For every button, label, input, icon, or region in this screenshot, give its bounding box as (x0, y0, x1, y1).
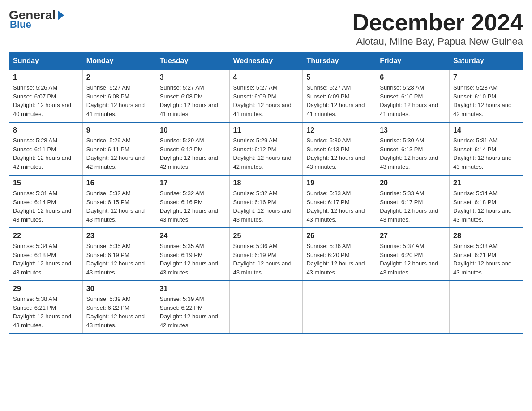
column-header-saturday: Saturday (450, 52, 523, 70)
day-cell: 8Sunrise: 5:28 AMSunset: 6:11 PMDaylight… (9, 122, 83, 175)
page-subtitle: Alotau, Milne Bay, Papua New Guinea (352, 36, 523, 47)
day-cell: 1Sunrise: 5:26 AMSunset: 6:07 PMDaylight… (9, 70, 83, 123)
day-cell: 17Sunrise: 5:32 AMSunset: 6:16 PMDayligh… (156, 175, 229, 228)
day-cell: 31Sunrise: 5:39 AMSunset: 6:22 PMDayligh… (156, 281, 229, 334)
column-header-wednesday: Wednesday (229, 52, 303, 70)
day-cell: 4Sunrise: 5:27 AMSunset: 6:09 PMDaylight… (229, 70, 303, 123)
day-info: Sunrise: 5:38 AMSunset: 6:21 PMDaylight:… (13, 295, 79, 330)
day-info: Sunrise: 5:39 AMSunset: 6:22 PMDaylight:… (86, 295, 152, 330)
day-cell: 5Sunrise: 5:27 AMSunset: 6:09 PMDaylight… (303, 70, 376, 123)
day-number: 8 (13, 126, 79, 134)
column-header-monday: Monday (82, 52, 156, 70)
column-header-friday: Friday (376, 52, 450, 70)
day-cell (229, 281, 303, 334)
day-info: Sunrise: 5:27 AMSunset: 6:08 PMDaylight:… (160, 83, 226, 118)
day-number: 20 (380, 179, 446, 187)
day-cell: 19Sunrise: 5:33 AMSunset: 6:17 PMDayligh… (303, 175, 376, 228)
day-number: 11 (233, 126, 299, 134)
day-info: Sunrise: 5:38 AMSunset: 6:21 PMDaylight:… (453, 242, 519, 277)
day-info: Sunrise: 5:30 AMSunset: 6:13 PMDaylight:… (306, 136, 372, 171)
day-cell (376, 281, 450, 334)
day-info: Sunrise: 5:29 AMSunset: 6:12 PMDaylight:… (233, 136, 299, 171)
day-info: Sunrise: 5:34 AMSunset: 6:18 PMDaylight:… (13, 242, 79, 277)
day-cell (450, 281, 523, 334)
day-cell: 29Sunrise: 5:38 AMSunset: 6:21 PMDayligh… (9, 281, 83, 334)
calendar-table: SundayMondayTuesdayWednesdayThursdayFrid… (9, 52, 523, 334)
week-row-1: 1Sunrise: 5:26 AMSunset: 6:07 PMDaylight… (9, 70, 523, 123)
day-number: 2 (86, 73, 152, 81)
day-number: 24 (160, 232, 226, 240)
day-info: Sunrise: 5:28 AMSunset: 6:10 PMDaylight:… (380, 83, 446, 118)
week-row-4: 22Sunrise: 5:34 AMSunset: 6:18 PMDayligh… (9, 228, 523, 281)
day-number: 3 (160, 73, 226, 81)
day-cell: 23Sunrise: 5:35 AMSunset: 6:19 PMDayligh… (82, 228, 156, 281)
day-number: 26 (306, 232, 372, 240)
day-cell: 6Sunrise: 5:28 AMSunset: 6:10 PMDaylight… (376, 70, 450, 123)
day-info: Sunrise: 5:35 AMSunset: 6:19 PMDaylight:… (160, 242, 226, 277)
day-cell: 25Sunrise: 5:36 AMSunset: 6:19 PMDayligh… (229, 228, 303, 281)
day-info: Sunrise: 5:28 AMSunset: 6:10 PMDaylight:… (453, 83, 519, 118)
day-info: Sunrise: 5:27 AMSunset: 6:09 PMDaylight:… (233, 83, 299, 118)
day-cell: 21Sunrise: 5:34 AMSunset: 6:18 PMDayligh… (450, 175, 523, 228)
day-cell: 9Sunrise: 5:29 AMSunset: 6:11 PMDaylight… (82, 122, 156, 175)
day-cell: 30Sunrise: 5:39 AMSunset: 6:22 PMDayligh… (82, 281, 156, 334)
day-info: Sunrise: 5:35 AMSunset: 6:19 PMDaylight:… (86, 242, 152, 277)
day-cell: 28Sunrise: 5:38 AMSunset: 6:21 PMDayligh… (450, 228, 523, 281)
day-number: 9 (86, 126, 152, 134)
column-header-tuesday: Tuesday (156, 52, 229, 70)
day-cell: 26Sunrise: 5:36 AMSunset: 6:20 PMDayligh… (303, 228, 376, 281)
day-info: Sunrise: 5:32 AMSunset: 6:16 PMDaylight:… (160, 189, 226, 224)
day-number: 16 (86, 179, 152, 187)
day-info: Sunrise: 5:36 AMSunset: 6:19 PMDaylight:… (233, 242, 299, 277)
day-number: 17 (160, 179, 226, 187)
day-info: Sunrise: 5:29 AMSunset: 6:11 PMDaylight:… (86, 136, 152, 171)
day-number: 10 (160, 126, 226, 134)
day-number: 12 (306, 126, 372, 134)
page-header: General Blue December 2024 Alotau, Milne… (9, 9, 523, 47)
day-number: 25 (233, 232, 299, 240)
week-row-5: 29Sunrise: 5:38 AMSunset: 6:21 PMDayligh… (9, 281, 523, 334)
day-info: Sunrise: 5:31 AMSunset: 6:14 PMDaylight:… (13, 189, 79, 224)
day-info: Sunrise: 5:30 AMSunset: 6:13 PMDaylight:… (380, 136, 446, 171)
title-block: December 2024 Alotau, Milne Bay, Papua N… (352, 9, 523, 47)
day-info: Sunrise: 5:36 AMSunset: 6:20 PMDaylight:… (306, 242, 372, 277)
day-info: Sunrise: 5:37 AMSunset: 6:20 PMDaylight:… (380, 242, 446, 277)
day-cell: 2Sunrise: 5:27 AMSunset: 6:08 PMDaylight… (82, 70, 156, 123)
day-number: 5 (306, 73, 372, 81)
day-number: 21 (453, 179, 519, 187)
day-info: Sunrise: 5:34 AMSunset: 6:18 PMDaylight:… (453, 189, 519, 224)
day-number: 6 (380, 73, 446, 81)
day-number: 23 (86, 232, 152, 240)
logo-blue: Blue (10, 20, 31, 30)
day-info: Sunrise: 5:26 AMSunset: 6:07 PMDaylight:… (13, 83, 79, 118)
day-info: Sunrise: 5:32 AMSunset: 6:15 PMDaylight:… (86, 189, 152, 224)
day-cell: 7Sunrise: 5:28 AMSunset: 6:10 PMDaylight… (450, 70, 523, 123)
day-number: 7 (453, 73, 519, 81)
day-cell: 16Sunrise: 5:32 AMSunset: 6:15 PMDayligh… (82, 175, 156, 228)
day-cell: 13Sunrise: 5:30 AMSunset: 6:13 PMDayligh… (376, 122, 450, 175)
day-number: 14 (453, 126, 519, 134)
day-info: Sunrise: 5:27 AMSunset: 6:09 PMDaylight:… (306, 83, 372, 118)
logo: General Blue (9, 9, 65, 30)
week-row-2: 8Sunrise: 5:28 AMSunset: 6:11 PMDaylight… (9, 122, 523, 175)
day-info: Sunrise: 5:33 AMSunset: 6:17 PMDaylight:… (306, 189, 372, 224)
day-number: 22 (13, 232, 79, 240)
day-cell: 22Sunrise: 5:34 AMSunset: 6:18 PMDayligh… (9, 228, 83, 281)
day-number: 13 (380, 126, 446, 134)
day-cell: 11Sunrise: 5:29 AMSunset: 6:12 PMDayligh… (229, 122, 303, 175)
day-number: 1 (13, 73, 79, 81)
day-number: 31 (160, 285, 226, 293)
page-title: December 2024 (352, 9, 523, 36)
day-info: Sunrise: 5:33 AMSunset: 6:17 PMDaylight:… (380, 189, 446, 224)
day-info: Sunrise: 5:31 AMSunset: 6:14 PMDaylight:… (453, 136, 519, 171)
day-number: 4 (233, 73, 299, 81)
day-cell: 24Sunrise: 5:35 AMSunset: 6:19 PMDayligh… (156, 228, 229, 281)
day-info: Sunrise: 5:29 AMSunset: 6:12 PMDaylight:… (160, 136, 226, 171)
day-info: Sunrise: 5:27 AMSunset: 6:08 PMDaylight:… (86, 83, 152, 118)
day-cell: 14Sunrise: 5:31 AMSunset: 6:14 PMDayligh… (450, 122, 523, 175)
calendar-header-row: SundayMondayTuesdayWednesdayThursdayFrid… (9, 52, 523, 70)
day-cell: 27Sunrise: 5:37 AMSunset: 6:20 PMDayligh… (376, 228, 450, 281)
day-number: 27 (380, 232, 446, 240)
day-number: 15 (13, 179, 79, 187)
day-cell: 3Sunrise: 5:27 AMSunset: 6:08 PMDaylight… (156, 70, 229, 123)
